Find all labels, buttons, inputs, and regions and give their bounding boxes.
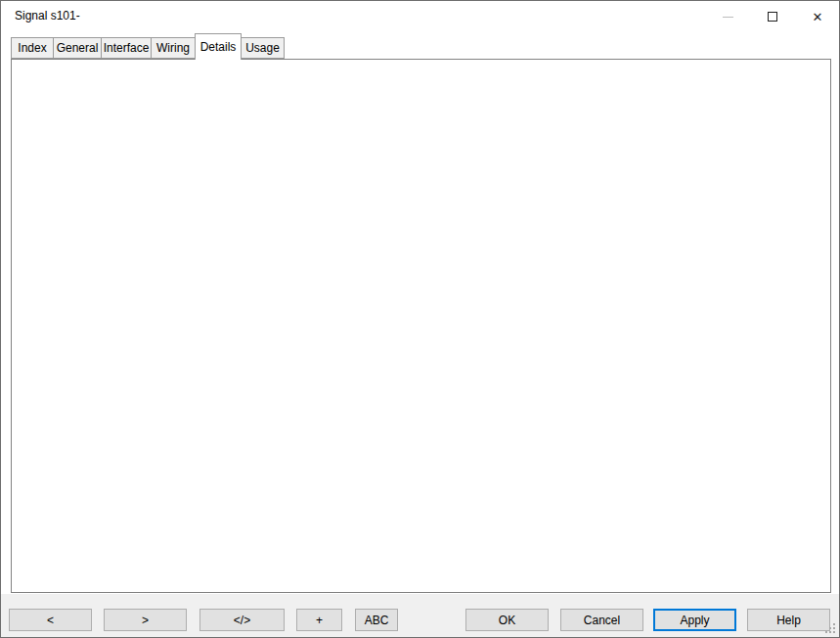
details-tab-page (11, 59, 831, 593)
minimize-icon (723, 17, 733, 18)
tab-wiring[interactable]: Wiring (151, 37, 196, 59)
dialog-window: Signal s101- ✕ IndexGeneralInterfaceWiri… (0, 0, 840, 638)
prev-button[interactable]: < (9, 609, 92, 631)
tab-index[interactable]: Index (11, 37, 54, 59)
tab-details[interactable]: Details (195, 33, 242, 60)
help-button[interactable]: Help (747, 609, 830, 631)
close-icon: ✕ (813, 11, 823, 23)
window-title: Signal s101- (15, 9, 80, 23)
tab-general[interactable]: General (53, 37, 102, 59)
maximize-button[interactable] (750, 1, 795, 32)
cancel-button[interactable]: Cancel (560, 609, 643, 631)
tab-usage[interactable]: Usage (241, 37, 285, 59)
close-button[interactable]: ✕ (795, 1, 840, 32)
tab-strip: IndexGeneralInterfaceWiringDetailsUsage (11, 37, 285, 59)
resize-grip-icon[interactable] (824, 622, 836, 634)
next-button[interactable]: > (104, 609, 187, 631)
maximize-icon (768, 12, 777, 22)
ok-button[interactable]: OK (465, 609, 549, 631)
abc-button[interactable]: ABC (355, 609, 398, 631)
code-button[interactable]: </> (199, 609, 285, 631)
titlebar: Signal s101- ✕ (1, 1, 839, 32)
add-button[interactable]: + (296, 609, 342, 631)
minimize-button[interactable] (705, 1, 750, 32)
apply-button[interactable]: Apply (653, 609, 736, 631)
tab-interface[interactable]: Interface (101, 37, 152, 59)
